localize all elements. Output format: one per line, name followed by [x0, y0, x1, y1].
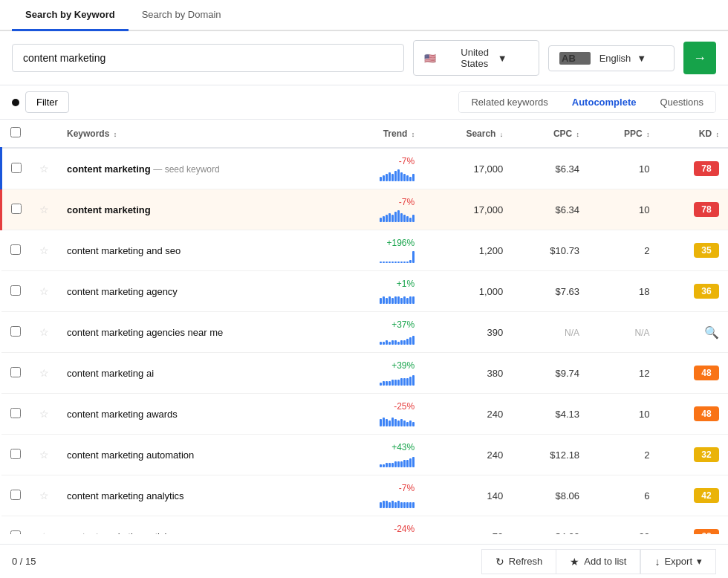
mini-bar: [406, 502, 409, 508]
mini-bar: [386, 174, 388, 181]
mini-bar: [386, 463, 388, 467]
mini-bar: [400, 213, 403, 222]
mini-bar: [403, 262, 406, 263]
trend-pct: +43%: [348, 442, 415, 452]
star-icon[interactable]: ☆: [39, 490, 49, 501]
cpc-cell: $7.63: [512, 271, 588, 312]
star-icon[interactable]: ☆: [39, 530, 49, 534]
trend-chart: [348, 250, 415, 263]
mini-bar: [412, 422, 415, 426]
filter-dot: [12, 99, 19, 106]
bottom-actions: ↻ Refresh ★ Add to list ↓ Export ▾: [481, 549, 716, 574]
kd-cell: 32: [658, 435, 728, 475]
row-checkbox[interactable]: [10, 449, 21, 459]
kd-badge: 42: [694, 488, 719, 503]
row-checkbox[interactable]: [10, 244, 21, 255]
tab-related-keywords[interactable]: Related keywords: [459, 92, 559, 112]
mini-bar: [406, 378, 409, 386]
row-checkbox-cell: [1, 312, 31, 353]
kd-badge: 62: [694, 529, 719, 534]
language-selector[interactable]: AB English ▼: [548, 45, 675, 71]
tab-questions[interactable]: Questions: [648, 92, 715, 112]
refresh-button[interactable]: ↻ Refresh: [481, 549, 556, 574]
star-icon[interactable]: ☆: [39, 163, 49, 175]
mini-bar: [383, 464, 385, 467]
mini-bar: [397, 461, 400, 467]
keywords-col-header[interactable]: Keywords ↕: [58, 120, 339, 148]
tab-search-by-keyword[interactable]: Search by Keyword: [12, 0, 129, 31]
keyword-search-input[interactable]: [12, 44, 404, 72]
kd-cell: 42: [658, 475, 728, 516]
keywords-sort-icon: ↕: [114, 131, 117, 138]
mini-bar: [409, 177, 412, 181]
mini-bar: [394, 380, 397, 386]
mini-bar: [406, 339, 409, 345]
row-checkbox-cell: [1, 148, 31, 189]
select-all-header[interactable]: [1, 120, 31, 148]
mini-bar: [383, 418, 385, 426]
keyword-cell: content marketing and seo: [58, 230, 339, 271]
mini-bar: [386, 340, 388, 345]
mini-bar: [406, 298, 409, 304]
star-icon[interactable]: ☆: [39, 244, 49, 256]
mini-bar: [386, 262, 388, 263]
add-label: Add to list: [584, 556, 626, 567]
export-label: Export: [664, 556, 692, 567]
row-checkbox[interactable]: [11, 204, 22, 214]
star-icon[interactable]: ☆: [39, 367, 49, 379]
mini-bar: [397, 501, 400, 508]
star-icon[interactable]: ☆: [39, 449, 49, 461]
export-button[interactable]: ↓ Export ▾: [640, 549, 716, 574]
mini-bar: [394, 419, 397, 426]
go-button[interactable]: →: [683, 42, 716, 74]
star-icon[interactable]: ☆: [39, 285, 49, 297]
star-icon[interactable]: ☆: [39, 204, 49, 215]
keywords-table: Keywords ↕ Trend ↕ Search ↓ CPC ↕ PPC: [0, 120, 728, 534]
star-cell: ☆: [30, 516, 58, 535]
trend-col-header[interactable]: Trend ↕: [339, 120, 423, 148]
row-checkbox[interactable]: [10, 367, 21, 377]
row-checkbox[interactable]: [10, 285, 21, 296]
kd-cell: 62: [658, 516, 728, 535]
cpc-col-header[interactable]: CPC ↕: [512, 120, 588, 148]
keyword-cell: content marketing: [58, 189, 339, 230]
row-checkbox[interactable]: [10, 326, 21, 337]
select-all-checkbox[interactable]: [10, 127, 21, 137]
trend-chart: [348, 372, 415, 386]
ppc-sort-icon: ↕: [646, 131, 650, 138]
kd-col-header[interactable]: KD ↕: [658, 120, 728, 148]
mini-bar: [403, 215, 406, 222]
search-volume-cell: 1,200: [423, 230, 512, 271]
add-to-list-button[interactable]: ★ Add to list: [556, 549, 640, 574]
search-volume-cell: 17,000: [423, 189, 512, 230]
row-checkbox[interactable]: [10, 490, 21, 500]
star-icon[interactable]: ☆: [39, 326, 49, 338]
mini-bar: [394, 212, 397, 222]
row-checkbox[interactable]: [11, 163, 22, 173]
table-row: ☆content marketing-7%17,000$6.341078: [1, 189, 729, 230]
mini-bar: [409, 218, 412, 222]
country-selector[interactable]: 🇺🇸 United States ▼: [413, 40, 539, 76]
row-checkbox[interactable]: [10, 408, 21, 418]
mini-bar: [389, 420, 391, 426]
kd-cell: 35: [658, 230, 728, 271]
filter-button[interactable]: Filter: [25, 91, 69, 113]
tab-autocomplete[interactable]: Autocomplete: [560, 92, 649, 112]
mini-bar: [397, 210, 400, 222]
mini-bar: [397, 169, 400, 181]
search-volume-cell: 240: [423, 394, 512, 435]
cpc-cell: $4.13: [512, 394, 588, 435]
star-icon[interactable]: ☆: [39, 408, 49, 420]
star-col-header: [30, 120, 58, 148]
mini-bar: [397, 296, 400, 304]
mini-bar: [383, 342, 385, 345]
cpc-cell: $12.18: [512, 435, 588, 475]
row-checkbox[interactable]: [10, 530, 21, 535]
search-col-header[interactable]: Search ↓: [423, 120, 512, 148]
trend-cell: -25%: [339, 394, 423, 435]
mini-bar: [403, 340, 406, 345]
tab-search-by-domain[interactable]: Search by Domain: [129, 0, 235, 31]
ppc-col-header[interactable]: PPC ↕: [588, 120, 658, 148]
kd-badge: 35: [694, 243, 719, 258]
star-cell: ☆: [30, 353, 58, 394]
